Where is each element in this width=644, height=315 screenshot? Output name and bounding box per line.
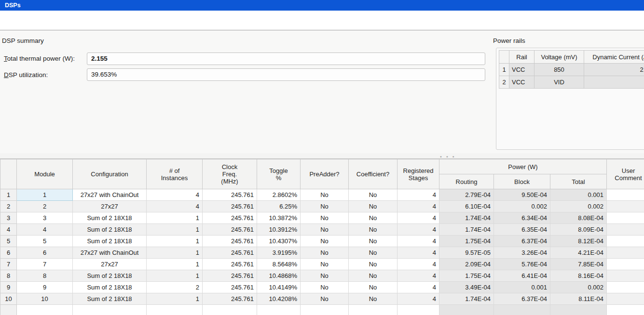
cell-configuration[interactable]: Sum of 2 18X18 — [73, 293, 147, 305]
cell-clock-freq[interactable]: 245.761 — [203, 212, 257, 224]
cell-clock-freq[interactable]: 245.761 — [203, 247, 257, 259]
cell-user-comment[interactable] — [607, 212, 644, 224]
cell-clock-freq[interactable]: 245.761 — [203, 282, 257, 293]
cell-module[interactable]: 3 — [17, 212, 73, 224]
cell-clock-freq[interactable] — [203, 305, 257, 315]
cell-module[interactable]: 8 — [17, 270, 73, 282]
cell-preadder[interactable]: No — [301, 270, 349, 282]
cell-preadder[interactable] — [301, 305, 349, 315]
cell-preadder[interactable]: No — [301, 212, 349, 224]
cell-power-routing[interactable]: 1.74E-04 — [439, 212, 494, 224]
cell-registered-stages[interactable]: 4 — [397, 236, 439, 247]
dsp-col-registered-stages[interactable]: Registered Stages — [397, 159, 439, 189]
cell-power-routing[interactable]: 2.09E-04 — [439, 259, 494, 270]
cell-module[interactable]: 2 — [17, 201, 73, 212]
cell-user-comment[interactable] — [607, 247, 644, 259]
cell-power-total[interactable]: 8.12E-04 — [550, 236, 607, 247]
cell-clock-freq[interactable]: 245.761 — [203, 224, 257, 236]
row-number[interactable]: 3 — [0, 212, 17, 224]
cell-coefficient[interactable]: No — [349, 224, 397, 236]
cell-toggle[interactable] — [257, 305, 301, 315]
cell-power-total[interactable]: 0.001 — [550, 189, 607, 201]
row-number[interactable]: 5 — [0, 236, 17, 247]
cell-power-block[interactable]: 6.41E-04 — [494, 270, 550, 282]
cell-power-routing[interactable]: 1.75E-04 — [439, 270, 494, 282]
cell-instances[interactable]: 2 — [147, 282, 203, 293]
cell-toggle[interactable]: 10.4868% — [257, 270, 301, 282]
dsp-col-clock-freq[interactable]: Clock Freq. (MHz) — [203, 159, 257, 189]
cell-power-block[interactable]: 6.35E-04 — [494, 224, 550, 236]
pane-splitter[interactable]: • • • — [0, 153, 644, 158]
cell-toggle[interactable]: 10.3912% — [257, 224, 301, 236]
cell-user-comment[interactable] — [607, 259, 644, 270]
cell-power-routing[interactable]: 1.74E-04 — [439, 293, 494, 305]
cell-power-block[interactable]: 5.76E-04 — [494, 259, 550, 270]
dsp-col-module[interactable]: Module — [17, 159, 73, 189]
cell-configuration[interactable]: 27x27 — [73, 201, 147, 212]
cell-coefficient[interactable]: No — [349, 282, 397, 293]
cell-configuration[interactable]: Sum of 2 18X18 — [73, 236, 147, 247]
rails-col-rail[interactable]: Rail — [509, 51, 534, 64]
cell-user-comment[interactable] — [607, 270, 644, 282]
cell-toggle[interactable]: 10.4307% — [257, 236, 301, 247]
cell-voltage[interactable]: 850 — [534, 64, 584, 76]
cell-power-total[interactable]: 4.21E-04 — [550, 247, 607, 259]
cell-instances[interactable]: 1 — [147, 247, 203, 259]
cell-registered-stages[interactable]: 4 — [397, 247, 439, 259]
cell-power-block[interactable]: 0.002 — [494, 201, 550, 212]
cell-power-total[interactable]: 8.11E-04 — [550, 293, 607, 305]
rails-corner-header[interactable] — [499, 51, 509, 64]
cell-registered-stages[interactable]: 4 — [397, 293, 439, 305]
cell-power-block[interactable] — [494, 305, 550, 315]
cell-registered-stages[interactable]: 4 — [397, 224, 439, 236]
cell-coefficient[interactable]: No — [349, 201, 397, 212]
dsp-col-total[interactable]: Total — [550, 174, 607, 189]
cell-instances[interactable]: 4 — [147, 201, 203, 212]
cell-toggle[interactable]: 6.25% — [257, 201, 301, 212]
cell-user-comment[interactable] — [607, 305, 644, 315]
cell-toggle[interactable]: 10.4208% — [257, 293, 301, 305]
cell-power-total[interactable]: 8.09E-04 — [550, 224, 607, 236]
tab-dsps[interactable]: DSPs — [0, 0, 27, 11]
cell-power-routing[interactable] — [439, 305, 494, 315]
row-number[interactable]: 7 — [0, 259, 17, 270]
rails-col-current[interactable]: Dynamic Current (A) — [584, 51, 644, 64]
cell-instances[interactable]: 1 — [147, 270, 203, 282]
cell-instances[interactable]: 1 — [147, 293, 203, 305]
cell-configuration[interactable]: Sum of 2 18X18 — [73, 224, 147, 236]
cell-toggle[interactable]: 10.3872% — [257, 212, 301, 224]
cell-instances[interactable]: 4 — [147, 189, 203, 201]
cell-registered-stages[interactable]: 4 — [397, 282, 439, 293]
dsp-col-block[interactable]: Block — [494, 174, 550, 189]
rails-col-voltage[interactable]: Voltage (mV) — [534, 51, 584, 64]
cell-user-comment[interactable] — [607, 224, 644, 236]
cell-configuration[interactable]: Sum of 2 18X18 — [73, 270, 147, 282]
row-number[interactable]: 8 — [0, 270, 17, 282]
cell-power-block[interactable]: 6.34E-04 — [494, 212, 550, 224]
cell-module[interactable]: 6 — [17, 247, 73, 259]
cell-configuration[interactable]: 27x27 with ChainOut — [73, 189, 147, 201]
row-number[interactable]: 2 — [0, 201, 17, 212]
cell-dynamic-current[interactable]: 2.536 — [584, 64, 644, 76]
cell-registered-stages[interactable]: 4 — [397, 259, 439, 270]
cell-power-block[interactable]: 3.26E-04 — [494, 247, 550, 259]
cell-module[interactable]: 10 — [17, 293, 73, 305]
cell-module[interactable] — [17, 305, 73, 315]
cell-module[interactable]: 1 — [17, 189, 73, 201]
cell-configuration[interactable]: 27x27 — [73, 259, 147, 270]
cell-module[interactable]: 5 — [17, 236, 73, 247]
cell-coefficient[interactable]: No — [349, 247, 397, 259]
cell-coefficient[interactable] — [349, 305, 397, 315]
cell-preadder[interactable]: No — [301, 236, 349, 247]
cell-coefficient[interactable]: No — [349, 236, 397, 247]
cell-rail[interactable]: VCC — [509, 64, 534, 76]
cell-toggle[interactable]: 8.5648% — [257, 259, 301, 270]
cell-power-block[interactable]: 6.37E-04 — [494, 236, 550, 247]
cell-configuration[interactable]: Sum of 2 18X18 — [73, 282, 147, 293]
cell-coefficient[interactable]: No — [349, 293, 397, 305]
dsp-col-power-group[interactable]: Power (W) — [439, 159, 607, 174]
cell-clock-freq[interactable]: 245.761 — [203, 201, 257, 212]
cell-coefficient[interactable]: No — [349, 189, 397, 201]
cell-registered-stages[interactable]: 4 — [397, 189, 439, 201]
cell-power-block[interactable]: 6.37E-04 — [494, 293, 550, 305]
